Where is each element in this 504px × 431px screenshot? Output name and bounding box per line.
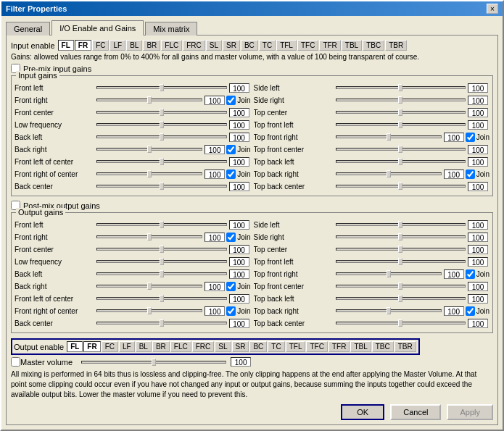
output-ch-TBC[interactable]: TBC bbox=[372, 341, 394, 352]
side-left-track[interactable] bbox=[336, 86, 466, 89]
front-left-label: Front left bbox=[15, 84, 94, 92]
low-freq-track[interactable] bbox=[96, 123, 227, 126]
output-ch-TFC[interactable]: TFC bbox=[306, 341, 327, 352]
input-ch-TBL[interactable]: TBL bbox=[342, 40, 362, 51]
input-ch-TFL[interactable]: TFL bbox=[276, 40, 297, 51]
out-floc-track[interactable] bbox=[96, 297, 227, 300]
out-back-center-track[interactable] bbox=[96, 322, 227, 325]
out-back-right-track[interactable] bbox=[96, 285, 202, 288]
floc-track[interactable] bbox=[96, 160, 227, 163]
bottom-section: Output enable FL FR FC LF BL BR FLC FRC … bbox=[11, 338, 493, 420]
input-ch-BR[interactable]: BR bbox=[143, 40, 160, 51]
out-low-freq-track[interactable] bbox=[96, 260, 227, 263]
output-ch-BR[interactable]: BR bbox=[152, 341, 170, 352]
froc-track[interactable] bbox=[96, 172, 202, 175]
input-ch-SR[interactable]: SR bbox=[223, 40, 240, 51]
input-ch-LF[interactable]: LF bbox=[110, 40, 125, 51]
top-front-right-track[interactable] bbox=[336, 135, 442, 138]
top-back-center-track[interactable] bbox=[336, 185, 466, 188]
top-back-right-track[interactable] bbox=[336, 172, 442, 175]
top-center-track[interactable] bbox=[336, 111, 466, 114]
apply-button[interactable]: Apply bbox=[447, 404, 493, 420]
top-front-center-track[interactable] bbox=[336, 148, 466, 151]
close-button[interactable]: × bbox=[487, 4, 498, 14]
output-ch-FLC[interactable]: FLC bbox=[170, 341, 191, 352]
input-ch-FC[interactable]: FC bbox=[92, 40, 109, 51]
side-left-label: Side left bbox=[254, 84, 334, 92]
froc-val: 100 bbox=[205, 170, 225, 179]
output-gains-inner: Front left 100 Front right 100 Join bbox=[15, 213, 489, 330]
side-right-label: Side right bbox=[254, 96, 334, 104]
input-enable-row: Input enable FL FR FC LF BL BR FLC FRC S… bbox=[11, 40, 493, 51]
output-ch-FRC[interactable]: FRC bbox=[192, 341, 215, 352]
top-front-right-val: 100 bbox=[444, 133, 464, 142]
output-ch-FC[interactable]: FC bbox=[102, 341, 118, 352]
master-volume-slider[interactable] bbox=[81, 361, 226, 364]
out-front-center-track[interactable] bbox=[96, 248, 227, 251]
input-ch-BL[interactable]: BL bbox=[126, 40, 142, 51]
out-slider-row-front-center: Front center 100 bbox=[15, 243, 251, 255]
tab-io-enable-gains[interactable]: I/O Enable and Gains bbox=[51, 20, 144, 35]
side-right-val: 100 bbox=[468, 96, 488, 105]
front-right-track[interactable] bbox=[96, 99, 202, 101]
cancel-button[interactable]: Cancel bbox=[390, 404, 441, 420]
output-ch-FR[interactable]: FR bbox=[83, 341, 100, 352]
output-ch-TFR[interactable]: TFR bbox=[329, 341, 350, 352]
info-text: All mixing is performed in 64 bits thus … bbox=[11, 369, 493, 400]
output-ch-SR[interactable]: SR bbox=[232, 341, 249, 352]
input-ch-FLC[interactable]: FLC bbox=[161, 40, 182, 51]
ok-button[interactable]: OK bbox=[341, 404, 384, 420]
slider-row-top-back-right: Top back right 100 Join bbox=[254, 168, 490, 180]
input-ch-FL[interactable]: FL bbox=[58, 40, 74, 51]
out-front-left-track[interactable] bbox=[96, 223, 227, 226]
slider-row-top-center: Top center 100 bbox=[254, 106, 490, 118]
top-back-left-track[interactable] bbox=[336, 160, 466, 163]
master-volume-label: Master volume bbox=[20, 358, 73, 367]
content-area: General I/O Enable and Gains Mix matrix … bbox=[1, 16, 503, 430]
back-center-track[interactable] bbox=[96, 185, 227, 188]
input-ch-FRC[interactable]: FRC bbox=[183, 40, 205, 51]
input-ch-FR[interactable]: FR bbox=[75, 40, 91, 51]
side-right-track[interactable] bbox=[336, 99, 466, 101]
input-ch-SL[interactable]: SL bbox=[206, 40, 222, 51]
front-right-join: Join bbox=[226, 96, 250, 105]
output-ch-LF[interactable]: LF bbox=[119, 341, 135, 352]
back-right-track[interactable] bbox=[96, 148, 202, 151]
master-volume-checkbox[interactable] bbox=[11, 357, 20, 367]
input-ch-TC[interactable]: TC bbox=[259, 40, 276, 51]
post-mix-checkbox-row: Post-mix output gains bbox=[11, 201, 493, 210]
back-left-track[interactable] bbox=[96, 135, 227, 138]
input-ch-TFR[interactable]: TFR bbox=[319, 40, 340, 51]
output-ch-TFL[interactable]: TFL bbox=[286, 341, 306, 352]
output-ch-BC[interactable]: BC bbox=[249, 341, 267, 352]
master-volume-row: Master volume 100 bbox=[11, 357, 493, 367]
input-ch-TFC[interactable]: TFC bbox=[297, 40, 318, 51]
output-ch-TC[interactable]: TC bbox=[268, 341, 284, 352]
front-left-track[interactable] bbox=[96, 86, 227, 89]
top-back-center-val: 100 bbox=[468, 182, 488, 191]
back-left-label: Back left bbox=[15, 133, 94, 141]
tab-content: Input enable FL FR FC LF BL BR FLC FRC S… bbox=[6, 35, 498, 425]
tab-general[interactable]: General bbox=[6, 22, 50, 35]
input-ch-BC[interactable]: BC bbox=[241, 40, 258, 51]
out-front-right-track[interactable] bbox=[96, 235, 202, 238]
input-gains-title: Input gains bbox=[16, 71, 59, 80]
floc-label: Front left of center bbox=[15, 158, 94, 166]
output-ch-TBR[interactable]: TBR bbox=[394, 341, 416, 352]
output-ch-FL[interactable]: FL bbox=[67, 341, 83, 352]
output-ch-SL[interactable]: SL bbox=[215, 341, 231, 352]
top-front-left-val: 100 bbox=[468, 120, 488, 130]
tab-mix-matrix[interactable]: Mix matrix bbox=[145, 22, 197, 35]
out-froc-track[interactable] bbox=[96, 309, 202, 312]
slider-row-front-right: Front right 100 Join bbox=[15, 94, 251, 106]
output-ch-BL[interactable]: BL bbox=[136, 341, 152, 352]
out-back-left-track[interactable] bbox=[96, 272, 227, 275]
output-ch-TBL[interactable]: TBL bbox=[350, 341, 371, 352]
top-front-left-track[interactable] bbox=[336, 123, 466, 126]
input-ch-TBR[interactable]: TBR bbox=[385, 40, 407, 51]
input-ch-TBC[interactable]: TBC bbox=[363, 40, 384, 51]
front-center-track[interactable] bbox=[96, 111, 227, 114]
top-front-left-label: Top front left bbox=[254, 121, 334, 129]
slider-row-top-back-center: Top back center 100 bbox=[254, 180, 490, 192]
button-row: OK Cancel Apply bbox=[11, 404, 493, 420]
